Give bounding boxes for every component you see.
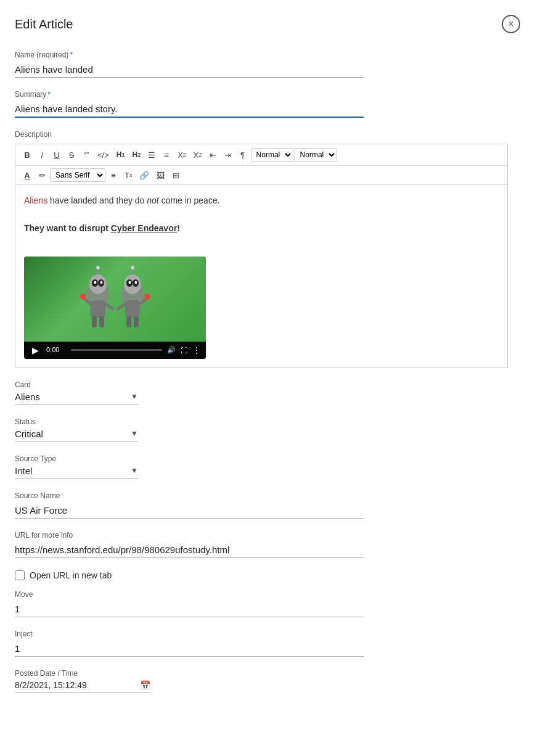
code-button[interactable]: </>	[94, 148, 112, 162]
svg-point-24	[144, 294, 150, 300]
card-label: Card	[15, 380, 520, 389]
open-url-checkbox[interactable]	[15, 570, 25, 580]
posted-date-input[interactable]	[15, 680, 140, 690]
source-name-input[interactable]	[15, 503, 364, 519]
format-select-1[interactable]: Normal	[251, 148, 293, 162]
indent-left-button[interactable]: ⇤	[206, 148, 220, 162]
source-type-value: Intel	[15, 466, 131, 476]
text-color-button[interactable]: A	[20, 168, 34, 182]
more-options-button[interactable]: ⋮	[192, 345, 201, 355]
svg-rect-26	[126, 316, 131, 327]
status-value: Critical	[15, 429, 131, 439]
editor-content[interactable]: Aliens have landed and they do not come …	[15, 185, 507, 368]
name-input[interactable]	[15, 62, 364, 78]
source-type-field-group: Source Type Intel ▼	[15, 454, 520, 479]
h1-button[interactable]: H1	[113, 148, 128, 162]
video-embed: ▶ 0:00 🔊 ⛶ ⋮	[24, 257, 206, 359]
svg-rect-22	[125, 300, 140, 318]
toolbar-row2: A ✏ Sans Serif ≡ Tx 🔗 🖼 ⊞	[15, 166, 507, 185]
h2-button[interactable]: H2	[129, 148, 144, 162]
strikethrough-button[interactable]: S	[65, 148, 78, 162]
underline-button[interactable]: U	[50, 148, 63, 162]
url-input[interactable]	[15, 542, 364, 558]
italic-button[interactable]: I	[35, 148, 49, 162]
aliens-svg	[78, 262, 152, 336]
move-input[interactable]	[15, 601, 364, 617]
source-name-label: Source Name	[15, 491, 520, 500]
quote-button[interactable]: “”	[80, 148, 93, 162]
play-button[interactable]: ▶	[29, 344, 41, 356]
status-dropdown-arrow: ▼	[131, 429, 138, 438]
inject-input[interactable]	[15, 641, 364, 657]
time-display: 0:00	[46, 345, 66, 356]
close-button[interactable]: ×	[502, 15, 520, 33]
bold-button[interactable]: B	[20, 148, 34, 162]
summary-label: Summary*	[15, 90, 520, 99]
toolbar-row1: B I U S “” </> H1 H2 ☰ ≡ X2 X2 ⇤ ⇥ ¶ Nor…	[15, 144, 507, 166]
editor-line3: They want to disrupt Cyber Endeavor!	[24, 221, 499, 235]
volume-button[interactable]: 🔊	[167, 346, 176, 354]
source-type-dropdown[interactable]: Intel ▼	[15, 466, 138, 479]
status-label: Status	[15, 417, 520, 426]
table-button[interactable]: ⊞	[169, 168, 182, 182]
paragraph-button[interactable]: ¶	[236, 148, 250, 162]
posted-date-wrapper: 📅	[15, 680, 150, 693]
svg-rect-12	[92, 316, 97, 327]
video-thumbnail	[24, 257, 206, 342]
url-label: URL for more info	[15, 531, 520, 540]
svg-point-21	[131, 266, 134, 269]
move-label: Move	[15, 590, 520, 599]
highlight-button[interactable]: ✏	[35, 168, 49, 182]
svg-line-11	[105, 304, 113, 309]
svg-point-7	[96, 266, 100, 269]
svg-rect-8	[91, 300, 105, 318]
svg-line-25	[118, 304, 125, 309]
svg-point-15	[124, 274, 141, 294]
svg-point-10	[80, 294, 86, 300]
description-section: Description B I U S “” </> H1 H2 ☰ ≡ X2 …	[15, 130, 520, 368]
inject-label: Inject	[15, 630, 520, 638]
format-select-2[interactable]: Normal	[295, 148, 337, 162]
summary-field-group: Summary*	[15, 90, 520, 118]
cyber-endeavor-link[interactable]: Cyber Endeavor	[111, 223, 177, 233]
page-title: Edit Article	[15, 17, 73, 31]
svg-point-19	[134, 281, 137, 284]
ul-button[interactable]: ≡	[160, 148, 173, 162]
svg-point-5	[100, 281, 102, 284]
indent-right-button[interactable]: ⇥	[221, 148, 235, 162]
fullscreen-button[interactable]: ⛶	[181, 347, 187, 354]
page-header: Edit Article ×	[15, 15, 520, 33]
clear-format-button[interactable]: Tx	[121, 168, 135, 182]
card-dropdown-arrow: ▼	[131, 392, 138, 401]
description-label: Description	[15, 130, 520, 139]
source-name-field-group: Source Name	[15, 491, 520, 519]
open-url-row: Open URL in new tab	[15, 570, 520, 580]
editor-line4	[24, 235, 499, 249]
link-button[interactable]: 🔗	[136, 168, 152, 182]
image-button[interactable]: 🖼	[153, 168, 168, 182]
superscript-button[interactable]: X2	[190, 148, 205, 162]
card-value: Aliens	[15, 392, 131, 402]
font-select[interactable]: Sans Serif	[50, 168, 105, 182]
status-dropdown[interactable]: Critical ▼	[15, 429, 138, 442]
svg-point-4	[94, 281, 96, 284]
svg-rect-13	[99, 316, 104, 327]
align-left-button[interactable]: ≡	[107, 168, 120, 182]
subscript-button[interactable]: X2	[174, 148, 189, 162]
source-type-label: Source Type	[15, 454, 520, 463]
url-field-group: URL for more info	[15, 531, 520, 558]
move-field-group: Move	[15, 590, 520, 617]
svg-point-1	[89, 274, 107, 294]
posted-date-field-group: Posted Date / Time 📅	[15, 669, 520, 693]
card-dropdown[interactable]: Aliens ▼	[15, 392, 138, 405]
summary-input[interactable]	[15, 101, 364, 118]
date-picker-button[interactable]: 📅	[140, 680, 150, 690]
alien-word: Aliens	[24, 195, 47, 205]
inject-field-group: Inject	[15, 630, 520, 657]
aliens-area	[78, 262, 152, 336]
video-controls: ▶ 0:00 🔊 ⛶ ⋮	[24, 342, 206, 359]
open-url-label: Open URL in new tab	[30, 570, 112, 580]
video-progress-bar[interactable]	[71, 349, 162, 351]
ol-button[interactable]: ☰	[145, 148, 158, 162]
svg-rect-27	[134, 316, 139, 327]
